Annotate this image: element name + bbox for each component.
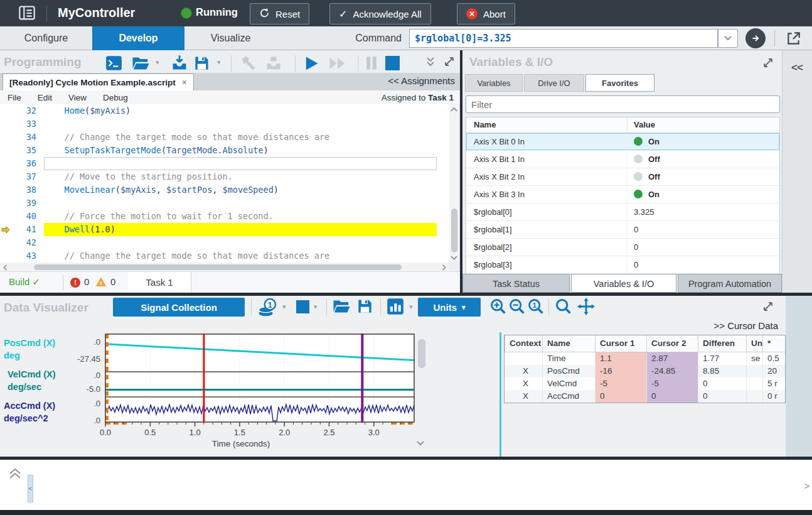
collection-caret-icon[interactable]: ▾: [282, 303, 286, 311]
tab-variables[interactable]: Variables: [465, 74, 523, 92]
axisbar-more-icon[interactable]: >: [804, 481, 809, 491]
editor-line[interactable]: 32 Home($myAxis): [0, 104, 449, 117]
open-file-caret-icon[interactable]: ▾: [156, 58, 159, 67]
file-tab[interactable]: [Readonly] Cycle Motion Example.ascript …: [3, 73, 194, 90]
variable-row[interactable]: Axis X Bit 3 InOn: [466, 186, 779, 203]
bottom-tab-variables-io[interactable]: Variables & I/O: [571, 274, 676, 293]
chart-vscroll-thumb[interactable]: [418, 339, 425, 368]
column--[interactable]: *: [762, 335, 781, 352]
menu-icon[interactable]: [18, 4, 36, 24]
tab-visualize[interactable]: Visualize: [184, 26, 277, 50]
tab-develop[interactable]: Develop: [92, 26, 184, 50]
variable-row[interactable]: Axis X Bit 1 InOff: [466, 151, 779, 168]
zoom-in-icon[interactable]: [489, 298, 507, 318]
hscroll-thumb[interactable]: [34, 264, 402, 270]
cursor-table-row[interactable]: XAccCmd0000 r: [505, 390, 785, 403]
expand-panel-icon[interactable]: [762, 300, 774, 315]
cursor-table-row[interactable]: Time1.12.871.77se0.5: [505, 352, 785, 365]
zoom-reset-icon[interactable]: 1: [527, 298, 545, 318]
task1-tab[interactable]: Task 1: [128, 272, 191, 293]
search-plot-icon[interactable]: [555, 298, 572, 318]
cursor-table-row[interactable]: XPosCmd-16-24.858.8520: [505, 365, 785, 377]
editor-line[interactable]: 33: [0, 117, 449, 131]
editor-line[interactable]: 41 Dwell(1.0): [0, 223, 449, 236]
column-un[interactable]: Un: [746, 335, 762, 352]
column-name[interactable]: Name: [542, 335, 595, 352]
editor-line[interactable]: 39: [0, 197, 449, 210]
axisbar-collapse-handle[interactable]: <: [28, 475, 33, 502]
column-differen[interactable]: Differen: [698, 335, 746, 352]
menu-view[interactable]: View: [68, 93, 87, 102]
menu-edit[interactable]: Edit: [38, 93, 52, 102]
editor-line[interactable]: 34 // Change the target mode so that mov…: [0, 131, 449, 144]
collapse-rail-icon[interactable]: <<: [791, 62, 803, 74]
collection-stack-icon[interactable]: 1: [257, 297, 277, 320]
collapse-toolbar-icon[interactable]: [425, 57, 435, 70]
abort-button[interactable]: × Abort: [457, 3, 515, 24]
reset-button[interactable]: Reset: [250, 3, 309, 24]
menu-debug[interactable]: Debug: [103, 93, 128, 102]
cursor-data-toggle[interactable]: >> Cursor Data: [713, 320, 778, 331]
close-tab-icon[interactable]: ×: [182, 77, 187, 87]
save-plot-icon[interactable]: [356, 298, 373, 317]
editor-hscrollbar[interactable]: [0, 263, 449, 271]
filter-input[interactable]: [466, 95, 780, 113]
variable-row[interactable]: $rglobal[2]0: [466, 239, 779, 256]
units-button[interactable]: Units ▾: [418, 298, 481, 317]
command-history-dropdown[interactable]: [718, 29, 738, 48]
save-caret-icon[interactable]: ▾: [217, 58, 221, 67]
editor-vscrollbar[interactable]: [449, 104, 459, 263]
bottom-tab-program-automation[interactable]: Program Automation: [678, 274, 782, 293]
menu-file[interactable]: File: [8, 93, 21, 102]
chart-table-splitter[interactable]: [499, 332, 501, 457]
code-editor[interactable]: 32 Home($myAxis)3334 // Change the targe…: [0, 104, 449, 263]
error-count[interactable]: 0: [84, 276, 89, 287]
editor-line[interactable]: 42: [0, 236, 449, 249]
cursor-table-row[interactable]: XVelCmd-5-505 r: [505, 377, 785, 390]
assignments-toggle[interactable]: << Assignments: [388, 75, 455, 86]
expand-panel-icon[interactable]: [762, 57, 774, 72]
editor-line[interactable]: 40 // Force the motion to wait for 1 sec…: [0, 210, 449, 223]
stop-collection-icon[interactable]: [296, 300, 309, 313]
editor-line[interactable]: 36: [0, 157, 449, 170]
acknowledge-all-button[interactable]: ✓ Acknowledge All: [329, 3, 431, 24]
open-plot-icon[interactable]: [333, 298, 351, 317]
open-external-button[interactable]: [786, 30, 802, 49]
build-status[interactable]: Build ✓: [9, 276, 40, 288]
motion-chart[interactable]: 0.00.51.01.52.02.53.0Time (seconds).0-27…: [0, 332, 502, 456]
variable-row[interactable]: Axis X Bit 2 InOff: [466, 168, 779, 186]
chart-type-icon[interactable]: [387, 298, 404, 318]
column-cursor-2[interactable]: Cursor 2: [646, 335, 698, 352]
save-icon[interactable]: [193, 55, 210, 74]
open-file-icon[interactable]: [132, 55, 150, 74]
tab-favorites[interactable]: Favorites: [585, 74, 654, 92]
new-script-icon[interactable]: [105, 55, 122, 74]
column-value[interactable]: Value: [627, 117, 779, 133]
command-execute-button[interactable]: [745, 28, 766, 48]
variable-row[interactable]: Axis X Bit 0 InOn: [466, 133, 779, 151]
expand-panel-icon[interactable]: [443, 55, 456, 70]
tab-configure[interactable]: Configure: [0, 26, 92, 50]
pan-icon[interactable]: [577, 298, 595, 318]
variable-row[interactable]: $rglobal[0]3.325: [466, 203, 779, 221]
stop-caret-icon[interactable]: ▾: [314, 303, 318, 311]
variable-row[interactable]: $rglobal[1]0: [466, 221, 779, 239]
stop-icon[interactable]: [385, 56, 400, 70]
tab-drive-io[interactable]: Drive I/O: [524, 74, 584, 92]
chart-scroll-down-icon[interactable]: [416, 440, 425, 446]
column-context[interactable]: Context: [505, 335, 542, 352]
column-name[interactable]: Name: [466, 117, 627, 133]
import-icon[interactable]: [171, 54, 188, 74]
command-input[interactable]: [409, 29, 718, 48]
column-cursor-1[interactable]: Cursor 1: [595, 335, 646, 352]
chart-type-caret-icon[interactable]: ▾: [409, 303, 413, 311]
cursor-data-table[interactable]: ContextNameCursor 1Cursor 2DifferenUn*Ti…: [504, 335, 786, 403]
editor-line[interactable]: 38 MoveLinear($myAxis, $startPos, $moveS…: [0, 183, 449, 197]
signal-collection-button[interactable]: Signal Collection: [113, 298, 245, 317]
editor-line[interactable]: 43 // Change the target mode so that mov…: [0, 249, 449, 263]
editor-line[interactable]: 37 // Move to the starting position.: [0, 170, 449, 183]
run-icon[interactable]: [302, 55, 320, 75]
bottom-tab-task-status[interactable]: Task Status: [462, 274, 570, 293]
vscroll-thumb[interactable]: [451, 209, 457, 252]
editor-line[interactable]: 35 SetupTaskTargetMode(TargetMode.Absolu…: [0, 144, 449, 157]
